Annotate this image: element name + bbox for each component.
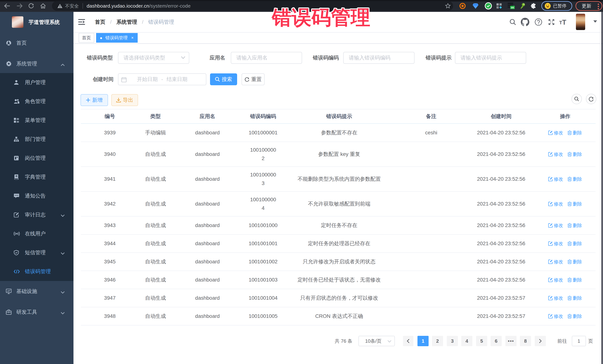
svg-text:T: T bbox=[559, 20, 562, 25]
svg-text:T: T bbox=[562, 19, 566, 25]
svg-text:on: on bbox=[511, 6, 514, 9]
